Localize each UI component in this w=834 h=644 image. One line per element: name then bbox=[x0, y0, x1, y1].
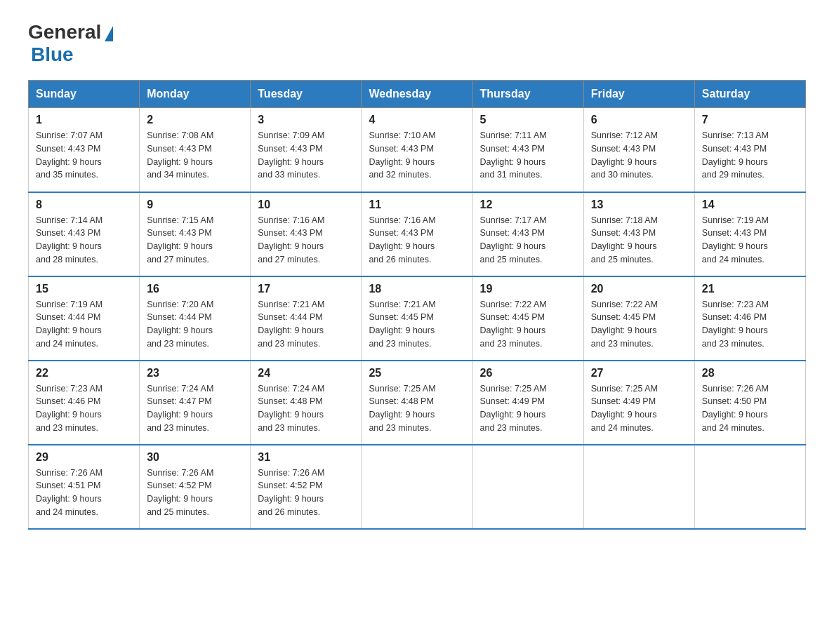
day-info: Sunrise: 7:17 AM Sunset: 4:43 PM Dayligh… bbox=[480, 214, 576, 267]
page-header: General Blue bbox=[28, 21, 806, 66]
day-number: 13 bbox=[591, 199, 687, 211]
day-info: Sunrise: 7:24 AM Sunset: 4:48 PM Dayligh… bbox=[258, 382, 354, 435]
day-info: Sunrise: 7:12 AM Sunset: 4:43 PM Dayligh… bbox=[591, 129, 687, 182]
day-number: 17 bbox=[258, 283, 354, 295]
day-number: 29 bbox=[36, 451, 132, 464]
calendar-cell: 3 Sunrise: 7:09 AM Sunset: 4:43 PM Dayli… bbox=[251, 108, 362, 192]
day-number: 2 bbox=[147, 114, 243, 126]
day-info: Sunrise: 7:16 AM Sunset: 4:43 PM Dayligh… bbox=[369, 214, 465, 267]
day-info: Sunrise: 7:14 AM Sunset: 4:43 PM Dayligh… bbox=[36, 214, 132, 267]
day-info: Sunrise: 7:22 AM Sunset: 4:45 PM Dayligh… bbox=[480, 298, 576, 351]
day-info: Sunrise: 7:20 AM Sunset: 4:44 PM Dayligh… bbox=[147, 298, 243, 351]
calendar-cell: 30 Sunrise: 7:26 AM Sunset: 4:52 PM Dayl… bbox=[140, 445, 251, 529]
day-info: Sunrise: 7:26 AM Sunset: 4:52 PM Dayligh… bbox=[258, 467, 354, 519]
calendar-cell: 23 Sunrise: 7:24 AM Sunset: 4:47 PM Dayl… bbox=[140, 361, 251, 445]
calendar-cell: 28 Sunrise: 7:26 AM Sunset: 4:50 PM Dayl… bbox=[694, 361, 805, 445]
calendar-cell: 11 Sunrise: 7:16 AM Sunset: 4:43 PM Dayl… bbox=[362, 192, 472, 276]
weekday-header-saturday: Saturday bbox=[694, 81, 805, 108]
calendar-cell bbox=[583, 445, 694, 529]
day-info: Sunrise: 7:26 AM Sunset: 4:51 PM Dayligh… bbox=[36, 467, 132, 519]
calendar-cell: 5 Sunrise: 7:11 AM Sunset: 4:43 PM Dayli… bbox=[472, 108, 583, 192]
day-info: Sunrise: 7:25 AM Sunset: 4:48 PM Dayligh… bbox=[369, 382, 465, 435]
day-number: 4 bbox=[369, 114, 465, 126]
day-info: Sunrise: 7:23 AM Sunset: 4:46 PM Dayligh… bbox=[702, 298, 798, 351]
logo-triangle-icon bbox=[105, 26, 113, 41]
day-number: 27 bbox=[591, 367, 687, 380]
calendar-week-row: 1 Sunrise: 7:07 AM Sunset: 4:43 PM Dayli… bbox=[29, 108, 806, 192]
day-number: 24 bbox=[258, 367, 354, 380]
day-info: Sunrise: 7:15 AM Sunset: 4:43 PM Dayligh… bbox=[147, 214, 243, 267]
day-number: 16 bbox=[147, 283, 243, 295]
calendar-week-row: 29 Sunrise: 7:26 AM Sunset: 4:51 PM Dayl… bbox=[29, 445, 806, 529]
day-number: 3 bbox=[258, 114, 354, 126]
day-number: 21 bbox=[702, 283, 798, 295]
day-number: 6 bbox=[591, 114, 687, 126]
day-info: Sunrise: 7:19 AM Sunset: 4:44 PM Dayligh… bbox=[36, 298, 132, 351]
calendar-cell: 18 Sunrise: 7:21 AM Sunset: 4:45 PM Dayl… bbox=[362, 276, 472, 361]
calendar-cell: 4 Sunrise: 7:10 AM Sunset: 4:43 PM Dayli… bbox=[362, 108, 472, 192]
day-number: 1 bbox=[36, 114, 132, 126]
day-number: 31 bbox=[258, 451, 354, 464]
calendar-cell: 2 Sunrise: 7:08 AM Sunset: 4:43 PM Dayli… bbox=[140, 108, 251, 192]
day-info: Sunrise: 7:22 AM Sunset: 4:45 PM Dayligh… bbox=[591, 298, 687, 351]
day-number: 18 bbox=[369, 283, 465, 295]
day-number: 11 bbox=[369, 199, 465, 211]
calendar-cell: 15 Sunrise: 7:19 AM Sunset: 4:44 PM Dayl… bbox=[29, 276, 140, 361]
day-info: Sunrise: 7:21 AM Sunset: 4:44 PM Dayligh… bbox=[258, 298, 354, 351]
calendar-week-row: 22 Sunrise: 7:23 AM Sunset: 4:46 PM Dayl… bbox=[29, 361, 806, 445]
calendar-cell: 20 Sunrise: 7:22 AM Sunset: 4:45 PM Dayl… bbox=[583, 276, 694, 361]
calendar-cell: 16 Sunrise: 7:20 AM Sunset: 4:44 PM Dayl… bbox=[140, 276, 251, 361]
day-number: 26 bbox=[480, 367, 576, 380]
calendar-cell: 8 Sunrise: 7:14 AM Sunset: 4:43 PM Dayli… bbox=[29, 192, 140, 276]
day-number: 28 bbox=[702, 367, 798, 380]
logo-blue-text: Blue bbox=[31, 43, 74, 65]
calendar-cell bbox=[472, 445, 583, 529]
weekday-header-tuesday: Tuesday bbox=[251, 81, 362, 108]
day-info: Sunrise: 7:19 AM Sunset: 4:43 PM Dayligh… bbox=[702, 214, 798, 267]
calendar-week-row: 8 Sunrise: 7:14 AM Sunset: 4:43 PM Dayli… bbox=[29, 192, 806, 276]
day-info: Sunrise: 7:21 AM Sunset: 4:45 PM Dayligh… bbox=[369, 298, 465, 351]
calendar-cell: 12 Sunrise: 7:17 AM Sunset: 4:43 PM Dayl… bbox=[472, 192, 583, 276]
logo-line: General bbox=[28, 21, 113, 43]
day-info: Sunrise: 7:26 AM Sunset: 4:50 PM Dayligh… bbox=[702, 382, 798, 435]
calendar-cell: 24 Sunrise: 7:24 AM Sunset: 4:48 PM Dayl… bbox=[251, 361, 362, 445]
calendar-cell: 19 Sunrise: 7:22 AM Sunset: 4:45 PM Dayl… bbox=[472, 276, 583, 361]
calendar-cell: 7 Sunrise: 7:13 AM Sunset: 4:43 PM Dayli… bbox=[694, 108, 805, 192]
day-info: Sunrise: 7:11 AM Sunset: 4:43 PM Dayligh… bbox=[480, 129, 576, 182]
calendar-cell: 17 Sunrise: 7:21 AM Sunset: 4:44 PM Dayl… bbox=[251, 276, 362, 361]
day-number: 25 bbox=[369, 367, 465, 380]
logo: General Blue bbox=[28, 21, 113, 66]
day-number: 19 bbox=[480, 283, 576, 295]
calendar-cell: 6 Sunrise: 7:12 AM Sunset: 4:43 PM Dayli… bbox=[583, 108, 694, 192]
calendar-cell: 29 Sunrise: 7:26 AM Sunset: 4:51 PM Dayl… bbox=[29, 445, 140, 529]
weekday-header-friday: Friday bbox=[583, 81, 694, 108]
calendar-cell: 13 Sunrise: 7:18 AM Sunset: 4:43 PM Dayl… bbox=[583, 192, 694, 276]
day-info: Sunrise: 7:18 AM Sunset: 4:43 PM Dayligh… bbox=[591, 214, 687, 267]
day-info: Sunrise: 7:16 AM Sunset: 4:43 PM Dayligh… bbox=[258, 214, 354, 267]
calendar-table: SundayMondayTuesdayWednesdayThursdayFrid… bbox=[28, 80, 806, 530]
day-number: 12 bbox=[480, 199, 576, 211]
weekday-header-sunday: Sunday bbox=[29, 81, 140, 108]
day-number: 23 bbox=[147, 367, 243, 380]
calendar-cell: 22 Sunrise: 7:23 AM Sunset: 4:46 PM Dayl… bbox=[29, 361, 140, 445]
calendar-cell: 14 Sunrise: 7:19 AM Sunset: 4:43 PM Dayl… bbox=[694, 192, 805, 276]
calendar-cell: 9 Sunrise: 7:15 AM Sunset: 4:43 PM Dayli… bbox=[140, 192, 251, 276]
weekday-header-thursday: Thursday bbox=[472, 81, 583, 108]
logo-blue-line: Blue bbox=[28, 43, 74, 66]
day-number: 10 bbox=[258, 199, 354, 211]
calendar-cell bbox=[362, 445, 472, 529]
day-info: Sunrise: 7:24 AM Sunset: 4:47 PM Dayligh… bbox=[147, 382, 243, 435]
calendar-cell: 26 Sunrise: 7:25 AM Sunset: 4:49 PM Dayl… bbox=[472, 361, 583, 445]
day-info: Sunrise: 7:23 AM Sunset: 4:46 PM Dayligh… bbox=[36, 382, 132, 435]
weekday-header-row: SundayMondayTuesdayWednesdayThursdayFrid… bbox=[29, 81, 806, 108]
calendar-cell: 10 Sunrise: 7:16 AM Sunset: 4:43 PM Dayl… bbox=[251, 192, 362, 276]
calendar-week-row: 15 Sunrise: 7:19 AM Sunset: 4:44 PM Dayl… bbox=[29, 276, 806, 361]
day-info: Sunrise: 7:07 AM Sunset: 4:43 PM Dayligh… bbox=[36, 129, 132, 182]
day-info: Sunrise: 7:09 AM Sunset: 4:43 PM Dayligh… bbox=[258, 129, 354, 182]
day-info: Sunrise: 7:13 AM Sunset: 4:43 PM Dayligh… bbox=[702, 129, 798, 182]
day-info: Sunrise: 7:10 AM Sunset: 4:43 PM Dayligh… bbox=[369, 129, 465, 182]
logo-general-text: General bbox=[28, 21, 101, 43]
weekday-header-monday: Monday bbox=[140, 81, 251, 108]
day-number: 7 bbox=[702, 114, 798, 126]
calendar-cell: 21 Sunrise: 7:23 AM Sunset: 4:46 PM Dayl… bbox=[694, 276, 805, 361]
